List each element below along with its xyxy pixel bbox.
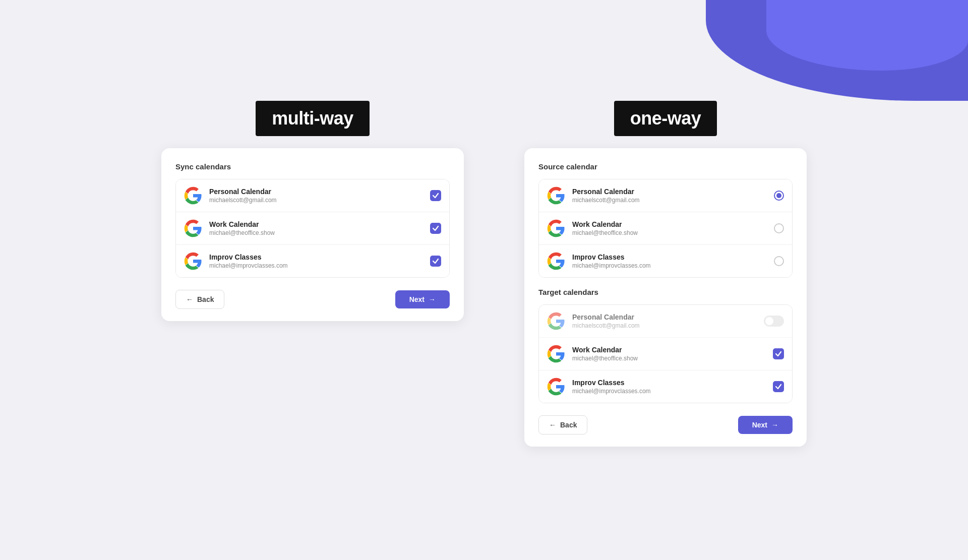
multiway-checkbox-0[interactable] xyxy=(430,190,441,201)
oneway-target-item-0: Personal Calendar michaelscott@gmail.com xyxy=(539,305,792,338)
multiway-calendar-email-1: michael@theoffice.show xyxy=(209,229,423,236)
oneway-source-email-1: michael@theoffice.show xyxy=(572,229,767,236)
multiway-calendar-info-1: Work Calendar michael@theoffice.show xyxy=(209,220,423,236)
google-icon-t0 xyxy=(547,312,565,330)
oneway-target-checkbox-2[interactable] xyxy=(773,381,784,392)
next-arrow-icon: → xyxy=(429,295,436,303)
multiway-calendar-item-2: Improv Classes michael@improvclasses.com xyxy=(176,245,449,277)
oneway-back-arrow-icon: ← xyxy=(549,421,556,429)
multiway-back-button[interactable]: ← Back xyxy=(175,290,224,309)
oneway-target-checkbox-1[interactable] xyxy=(773,348,784,359)
oneway-source-info-2: Improv Classes michael@improvclasses.com xyxy=(572,253,767,269)
oneway-target-info-2: Improv Classes michael@improvclasses.com xyxy=(572,379,766,395)
multiway-calendar-list: Personal Calendar michaelscott@gmail.com… xyxy=(175,179,450,278)
oneway-back-label: Back xyxy=(560,421,577,429)
google-icon-s2 xyxy=(547,252,565,270)
google-icon-1 xyxy=(184,219,202,237)
oneway-next-button[interactable]: Next → xyxy=(738,416,793,434)
multiway-next-button[interactable]: Next → xyxy=(395,290,450,308)
multiway-next-label: Next xyxy=(409,295,425,303)
oneway-target-email-0: michaelscott@gmail.com xyxy=(572,322,757,329)
oneway-source-radio-2[interactable] xyxy=(774,256,784,266)
google-icon-t2 xyxy=(547,378,565,396)
oneway-source-name-2: Improv Classes xyxy=(572,253,767,261)
multiway-badge: multi-way xyxy=(256,101,370,136)
oneway-source-item-1: Work Calendar michael@theoffice.show xyxy=(539,212,792,245)
oneway-card: Source calendar Personal Calendar michae… xyxy=(524,148,807,447)
back-arrow-icon: ← xyxy=(186,295,193,303)
oneway-source-email-0: michaelscott@gmail.com xyxy=(572,197,767,204)
multiway-calendar-item-0: Personal Calendar michaelscott@gmail.com xyxy=(176,179,449,212)
google-icon-t1 xyxy=(547,345,565,363)
multiway-calendar-name-0: Personal Calendar xyxy=(209,188,423,196)
oneway-back-button[interactable]: ← Back xyxy=(538,415,587,434)
oneway-target-name-0: Personal Calendar xyxy=(572,313,757,321)
oneway-source-radio-1[interactable] xyxy=(774,223,784,233)
oneway-source-info-1: Work Calendar michael@theoffice.show xyxy=(572,220,767,236)
google-icon-0 xyxy=(184,186,202,205)
oneway-source-title: Source calendar xyxy=(538,162,793,171)
oneway-source-info-0: Personal Calendar michaelscott@gmail.com xyxy=(572,188,767,204)
oneway-target-name-2: Improv Classes xyxy=(572,379,766,387)
multiway-card-footer: ← Back Next → xyxy=(175,290,450,309)
multiway-calendar-item-1: Work Calendar michael@theoffice.show xyxy=(176,212,449,245)
oneway-source-item-0: Personal Calendar michaelscott@gmail.com xyxy=(539,179,792,212)
multiway-checkbox-1[interactable] xyxy=(430,223,441,234)
oneway-source-name-1: Work Calendar xyxy=(572,220,767,228)
multiway-panel: multi-way Sync calendars Personal Calend… xyxy=(161,101,464,321)
google-icon-s1 xyxy=(547,219,565,237)
page-container: multi-way Sync calendars Personal Calend… xyxy=(0,0,968,560)
oneway-source-radio-0[interactable] xyxy=(774,191,784,201)
multiway-calendar-email-0: michaelscott@gmail.com xyxy=(209,197,423,204)
oneway-next-arrow-icon: → xyxy=(771,421,778,429)
multiway-calendar-name-1: Work Calendar xyxy=(209,220,423,228)
google-icon-s0 xyxy=(547,186,565,205)
multiway-calendar-name-2: Improv Classes xyxy=(209,253,423,261)
oneway-target-toggle-0 xyxy=(764,316,784,327)
multiway-back-label: Back xyxy=(197,295,214,303)
oneway-target-item-2: Improv Classes michael@improvclasses.com xyxy=(539,370,792,403)
multiway-section-title: Sync calendars xyxy=(175,162,450,171)
oneway-source-email-2: michael@improvclasses.com xyxy=(572,262,767,269)
oneway-target-title: Target calendars xyxy=(538,288,793,296)
multiway-card: Sync calendars Personal Calendar michael… xyxy=(161,148,464,321)
oneway-target-list: Personal Calendar michaelscott@gmail.com… xyxy=(538,304,793,403)
oneway-badge: one-way xyxy=(614,101,717,136)
google-icon-2 xyxy=(184,252,202,270)
oneway-target-info-0: Personal Calendar michaelscott@gmail.com xyxy=(572,313,757,329)
oneway-source-list: Personal Calendar michaelscott@gmail.com… xyxy=(538,179,793,278)
oneway-target-name-1: Work Calendar xyxy=(572,346,766,354)
oneway-next-label: Next xyxy=(752,421,767,429)
oneway-target-email-2: michael@improvclasses.com xyxy=(572,388,766,395)
oneway-target-item-1: Work Calendar michael@theoffice.show xyxy=(539,338,792,370)
oneway-card-footer: ← Back Next → xyxy=(538,415,793,434)
oneway-target-email-1: michael@theoffice.show xyxy=(572,355,766,362)
oneway-source-name-0: Personal Calendar xyxy=(572,188,767,196)
oneway-panel: one-way Source calendar Personal Calenda… xyxy=(524,101,807,447)
oneway-source-item-2: Improv Classes michael@improvclasses.com xyxy=(539,245,792,277)
multiway-calendar-info-0: Personal Calendar michaelscott@gmail.com xyxy=(209,188,423,204)
oneway-target-info-1: Work Calendar michael@theoffice.show xyxy=(572,346,766,362)
multiway-calendar-email-2: michael@improvclasses.com xyxy=(209,262,423,269)
multiway-checkbox-2[interactable] xyxy=(430,256,441,267)
multiway-calendar-info-2: Improv Classes michael@improvclasses.com xyxy=(209,253,423,269)
